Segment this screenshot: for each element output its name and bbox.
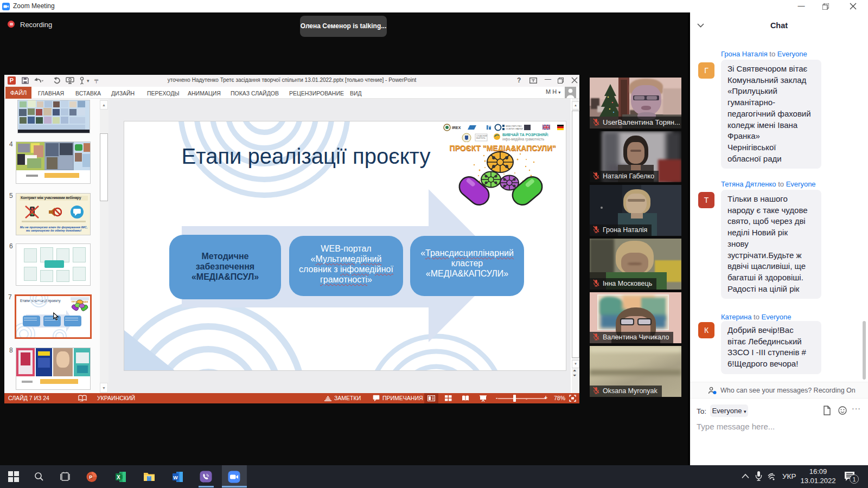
svg-text:W: W [173, 475, 178, 480]
svg-text:ВЧИТЕЛЬ: ВЧИТЕЛЬ [476, 137, 486, 139]
svg-text:інфо-медійна грамотність: інфо-медійна грамотність [502, 137, 545, 142]
svg-text:ВИВЧАЙ ТА РОЗРІЗНЯЙ:: ВИВЧАЙ ТА РОЗРІЗНЯЙ: [502, 132, 549, 137]
svg-text:ОСВІТИ І НАУКИ: ОСВІТИ І НАУКИ [506, 127, 523, 130]
svg-text:X: X [117, 474, 120, 480]
svg-text:IREX: IREX [452, 126, 461, 130]
svg-text:P: P [89, 474, 92, 480]
